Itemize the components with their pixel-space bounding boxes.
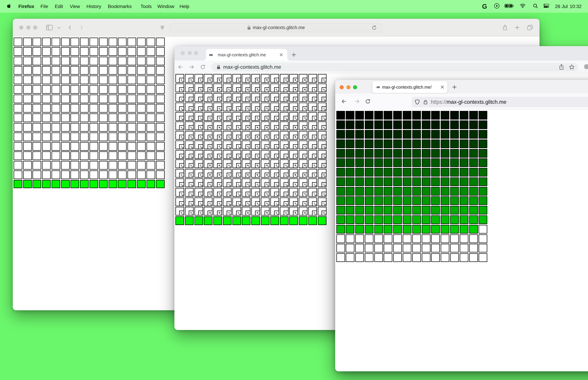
menubar-time[interactable]: 10:32 [570, 4, 582, 9]
canvas-cell [99, 123, 108, 132]
canvas-cell [441, 196, 449, 205]
menu-tools[interactable]: Tools [141, 4, 152, 9]
chrome-address-bar[interactable]: max-gl-contexts.glitch.me [211, 63, 578, 71]
new-tab-icon[interactable] [515, 25, 520, 30]
canvas-cell [280, 131, 288, 140]
canvas-cell [450, 168, 459, 177]
safari-zoom-button[interactable] [33, 25, 37, 30]
canvas-cell [469, 206, 478, 214]
canvas-cell [156, 152, 165, 160]
battery-charging-icon[interactable] [504, 3, 514, 9]
canvas-cell [70, 142, 79, 151]
canvas-cell [318, 159, 326, 168]
back-icon[interactable] [342, 99, 347, 104]
shield-icon[interactable] [415, 99, 419, 105]
menubar-date[interactable]: 26 Jul [555, 4, 568, 9]
menu-app-name[interactable]: Firefox [18, 4, 34, 9]
tab-close-icon[interactable] [441, 85, 444, 89]
menu-view[interactable]: View [70, 4, 80, 9]
chrome-active-tab[interactable]: ∞ max-gl-contexts.glitch.me [206, 49, 287, 60]
back-icon[interactable] [178, 65, 183, 69]
canvas-cell [118, 152, 127, 160]
canvas-cell [223, 131, 231, 140]
tab-close-icon[interactable] [280, 53, 283, 57]
canvas-cell [61, 114, 70, 122]
canvas-cell [374, 187, 383, 196]
firefox-active-tab[interactable]: ∞ max-gl-contexts.glitch.me/ [372, 81, 447, 93]
canvas-cell [289, 103, 298, 111]
chrome-new-tab-button[interactable] [291, 52, 296, 57]
shield-icon[interactable] [160, 25, 165, 30]
back-icon[interactable] [69, 25, 71, 30]
chrome-minimize-button[interactable] [188, 51, 192, 55]
firefox-close-button[interactable] [340, 85, 344, 89]
reload-icon[interactable] [372, 25, 377, 30]
wifi-icon[interactable] [520, 3, 526, 9]
safari-address-bar[interactable]: max-gl-contexts.glitch.me [170, 23, 382, 32]
menu-window[interactable]: Window [157, 4, 174, 9]
canvas-cell [460, 253, 468, 262]
menu-help[interactable]: Help [179, 4, 189, 9]
forward-icon[interactable] [354, 99, 360, 104]
canvas-cell [175, 103, 184, 111]
canvas-cell [441, 225, 449, 233]
canvas-cell [23, 57, 32, 65]
search-icon[interactable] [533, 3, 538, 10]
chevron-down-icon[interactable] [58, 27, 60, 29]
menu-history[interactable]: History [86, 4, 101, 9]
firefox-new-tab-button[interactable] [452, 85, 457, 90]
share-icon[interactable] [559, 64, 564, 70]
play-circle-icon[interactable] [494, 3, 500, 10]
canvas-cell [118, 180, 127, 188]
canvas-cell [185, 150, 194, 159]
menu-bookmarks[interactable]: Bookmarks [108, 4, 132, 9]
control-center-icon[interactable] [543, 4, 549, 9]
menu-file[interactable]: File [40, 4, 48, 9]
forward-icon[interactable] [189, 65, 194, 69]
firefox-zoom-button[interactable] [353, 85, 357, 89]
reload-icon[interactable] [365, 99, 371, 104]
bookmark-star-icon[interactable] [569, 64, 575, 70]
google-g-icon[interactable]: G [482, 3, 487, 10]
chrome-close-button[interactable] [181, 51, 185, 55]
canvas-cell [422, 149, 430, 158]
canvas-cell [479, 130, 487, 139]
reload-icon[interactable] [200, 64, 206, 70]
tab-overview-icon[interactable] [527, 25, 533, 30]
chrome-zoom-button[interactable] [194, 51, 198, 55]
canvas-cell [61, 171, 70, 179]
canvas-cell [175, 207, 184, 215]
canvas-cell [365, 253, 374, 262]
canvas-cell [460, 206, 468, 214]
tab-favicon-infinity: ∞ [209, 52, 213, 58]
canvas-cell [137, 76, 146, 84]
canvas-cell [14, 133, 22, 141]
canvas-cell [299, 112, 307, 121]
forward-icon[interactable] [80, 25, 83, 30]
extensions-puzzle-icon[interactable] [584, 64, 588, 70]
safari-minimize-button[interactable] [26, 25, 30, 30]
canvas-cell [450, 158, 459, 167]
canvas-cell [431, 225, 440, 233]
canvas-cell [469, 234, 478, 243]
canvas-cell [61, 47, 70, 56]
canvas-cell [99, 180, 108, 188]
share-icon[interactable] [503, 24, 507, 31]
canvas-cell [213, 159, 222, 168]
canvas-cell [90, 104, 98, 113]
sidebar-icon[interactable] [46, 25, 53, 30]
canvas-cell [261, 207, 269, 215]
apple-icon[interactable] [7, 3, 11, 10]
canvas-cell [185, 178, 194, 187]
firefox-address-bar[interactable]: https:// max-gl-contexts.glitch.me [412, 97, 588, 107]
canvas-cell [299, 74, 307, 83]
canvas-cell [469, 139, 478, 148]
safari-close-button[interactable] [19, 25, 23, 30]
canvas-cell [52, 152, 60, 160]
canvas-cell [412, 111, 421, 120]
canvas-cell [156, 57, 165, 65]
menu-edit[interactable]: Edit [55, 4, 63, 9]
canvas-cell [223, 93, 231, 102]
canvas-cell [213, 83, 222, 92]
firefox-minimize-button[interactable] [346, 85, 350, 89]
